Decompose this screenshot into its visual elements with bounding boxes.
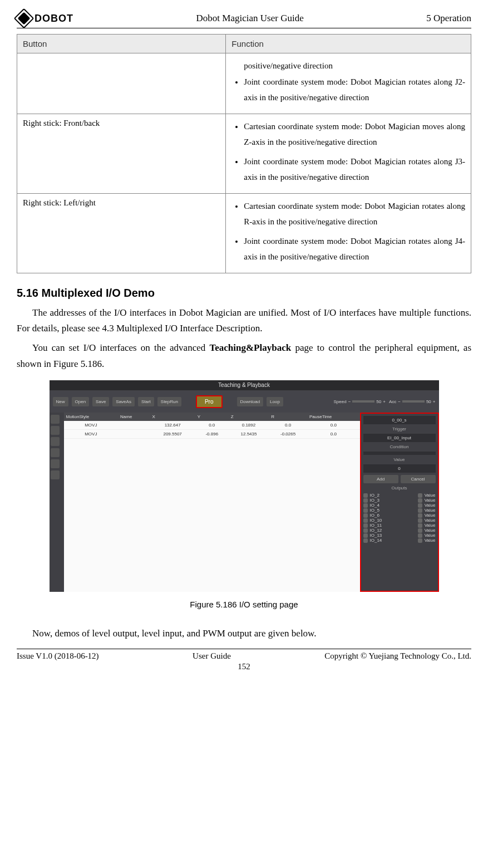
ss-tool-icon[interactable]	[51, 437, 60, 446]
func-text: positive/negative direction	[231, 58, 465, 74]
cell-function: Cartesian coordinate system mode: Dobot …	[226, 114, 471, 193]
ss-col: Y	[195, 413, 229, 421]
section-p2: You can set I/O interfaces on the advanc…	[17, 340, 471, 372]
ss-btn-start[interactable]: Start	[138, 397, 154, 406]
ss-col: MotionStyle	[64, 413, 119, 421]
checkbox-icon[interactable]	[363, 533, 368, 538]
ss-btn-save[interactable]: Save	[92, 397, 109, 406]
table-row: Right stick: Front/back Cartesian coordi…	[17, 114, 471, 193]
ss-io-row[interactable]: IO_11Value	[363, 523, 436, 528]
func-bullet: Cartesian coordinate system mode: Dobot …	[244, 198, 465, 230]
ss-col: Z	[229, 413, 269, 421]
cell-function: Cartesian coordinate system mode: Dobot …	[226, 193, 471, 273]
checkbox-icon[interactable]	[363, 493, 368, 498]
page-header: DOBOT Dobot Magician User Guide 5 Operat…	[17, 11, 471, 28]
checkbox-icon[interactable]	[418, 498, 422, 503]
after-figure-text: Now, demos of level output, level input,…	[17, 626, 471, 642]
func-bullet: Joint coordinate system mode: Dobot Magi…	[244, 154, 465, 185]
ss-tool-icon[interactable]	[51, 426, 60, 435]
ss-io-list: IO_2ValueIO_3ValueIO_4ValueIO_5ValueIO_6…	[363, 493, 436, 543]
ss-tool-icon[interactable]	[51, 470, 60, 479]
logo: DOBOT	[17, 11, 73, 26]
ss-btn-download[interactable]: Download	[237, 397, 264, 406]
ss-col: Name	[118, 413, 150, 421]
ss-btn-loop[interactable]: Loop	[267, 397, 283, 406]
ss-pro-button[interactable]: Pro	[196, 395, 223, 408]
ss-condition-select[interactable]	[363, 452, 436, 455]
checkbox-icon[interactable]	[363, 523, 368, 528]
checkbox-icon[interactable]	[363, 498, 368, 503]
checkbox-icon[interactable]	[363, 503, 368, 508]
cell-button	[17, 53, 226, 114]
ss-io-row[interactable]: IO_2Value	[363, 493, 436, 498]
checkbox-icon[interactable]	[418, 518, 422, 523]
checkbox-icon[interactable]	[418, 538, 422, 543]
ss-btn-steprun[interactable]: StepRun	[157, 397, 181, 406]
ss-acc-value: 50	[426, 399, 431, 404]
checkbox-icon[interactable]	[418, 533, 422, 538]
func-bullet: Cartesian coordinate system mode: Dobot …	[244, 119, 465, 150]
ss-cancel-button[interactable]: Cancel	[401, 475, 436, 483]
checkbox-icon[interactable]	[363, 518, 368, 523]
footer-center: User Guide	[193, 651, 231, 661]
ss-io-row[interactable]: IO_6Value	[363, 513, 436, 518]
ss-io-row[interactable]: IO_14Value	[363, 538, 436, 543]
stick-function-table: Button Function positive/negative direct…	[17, 34, 471, 273]
ss-btn-saveas[interactable]: SaveAs	[112, 397, 135, 406]
ss-io-row[interactable]: IO_5Value	[363, 508, 436, 513]
checkbox-icon[interactable]	[363, 508, 368, 513]
table-row: positive/negative direction Joint coordi…	[17, 53, 471, 114]
checkbox-icon[interactable]	[363, 538, 368, 543]
ss-io-row[interactable]: IO_3Value	[363, 498, 436, 503]
ss-btn-new[interactable]: New	[53, 397, 68, 406]
p2-bold: Teaching&Playback	[209, 342, 291, 353]
section-p1: The addresses of the I/O interfaces in D…	[17, 305, 471, 337]
ss-value-input[interactable]: 0	[363, 464, 436, 473]
checkbox-icon[interactable]	[418, 513, 422, 518]
logo-text: DOBOT	[34, 13, 73, 24]
ss-io-row[interactable]: IO_12Value	[363, 528, 436, 533]
ss-acc-label: Acc	[389, 399, 396, 404]
checkbox-icon[interactable]	[418, 503, 422, 508]
ss-condition-label: Condition	[363, 444, 436, 449]
figure-caption: Figure 5.186 I/O setting page	[17, 600, 471, 609]
page-number: 152	[17, 662, 471, 671]
ss-io-row[interactable]: IO_10Value	[363, 518, 436, 523]
ss-io-row[interactable]: IO_4Value	[363, 503, 436, 508]
th-button: Button	[17, 35, 226, 53]
ss-data-row[interactable]: MOVJ 132.647 0.0 0.1892 0.0 0.0	[64, 421, 360, 430]
func-bullet: Joint coordinate system mode: Dobot Magi…	[244, 74, 465, 106]
ss-tool-icon[interactable]	[51, 415, 60, 424]
checkbox-icon[interactable]	[418, 508, 422, 513]
checkbox-icon[interactable]	[418, 493, 422, 498]
ss-col: PauseTime	[307, 413, 359, 421]
checkbox-icon[interactable]	[418, 523, 422, 528]
ss-io-row[interactable]: IO_13Value	[363, 533, 436, 538]
ss-timer: 0_00_s	[363, 416, 436, 424]
ss-tool-icon[interactable]	[51, 448, 60, 457]
func-bullet: Joint coordinate system mode: Dobot Magi…	[244, 233, 465, 265]
header-chapter: 5 Operation	[426, 13, 471, 24]
cell-button: Right stick: Left/right	[17, 193, 226, 273]
ss-acc[interactable]: Acc −50+	[389, 399, 436, 404]
ss-speed[interactable]: Speed −50+	[334, 399, 386, 404]
ss-btn-open[interactable]: Open	[72, 397, 90, 406]
ss-add-button[interactable]: Add	[363, 475, 398, 483]
checkbox-icon[interactable]	[418, 528, 422, 533]
ss-left-toolbar	[50, 413, 64, 592]
ss-titlebar: Teaching & Playback	[50, 380, 439, 390]
p2-part-a: You can set I/O interfaces on the advanc…	[32, 342, 209, 353]
ss-outputs-label: Outputs	[363, 486, 436, 491]
cell-button: Right stick: Front/back	[17, 114, 226, 193]
ss-body: MotionStyle Name X Y Z R PauseTime MOVJ …	[50, 413, 439, 592]
ss-trigger-select[interactable]: EI_00_Input	[363, 434, 436, 442]
ss-toolbar: New Open Save SaveAs Start StepRun Pro D…	[50, 390, 439, 413]
checkbox-icon[interactable]	[363, 528, 368, 533]
ss-col: X	[150, 413, 195, 421]
th-function: Function	[226, 35, 471, 53]
ss-data-row[interactable]: MOVJ 209.5507 -0.896 12.5435 -0.0265 0.0	[64, 430, 360, 439]
checkbox-icon[interactable]	[363, 513, 368, 518]
table-row: Right stick: Left/right Cartesian coordi…	[17, 193, 471, 273]
ss-tool-icon[interactable]	[51, 459, 60, 468]
header-title: Dobot Magician User Guide	[196, 13, 304, 24]
